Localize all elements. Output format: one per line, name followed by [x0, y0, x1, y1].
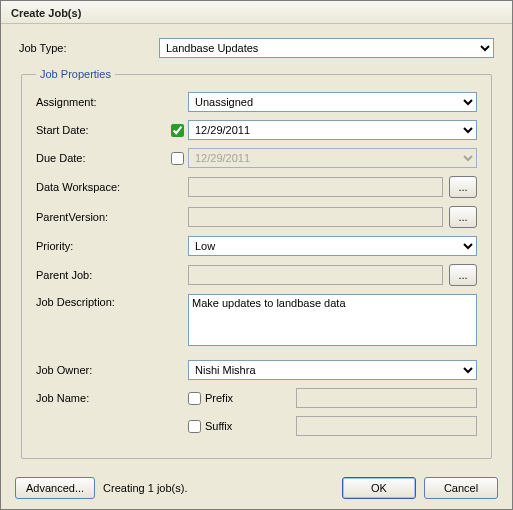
dialog-title: Create Job(s) [1, 1, 512, 24]
suffix-label: Suffix [205, 420, 232, 432]
owner-select[interactable]: Nishi Mishra [188, 360, 477, 380]
job-properties-legend: Job Properties [36, 68, 115, 80]
data-workspace-field [188, 177, 443, 197]
job-name-label: Job Name: [36, 392, 166, 404]
parent-job-browse-button[interactable]: ... [449, 264, 477, 286]
start-date-label: Start Date: [36, 124, 166, 136]
advanced-button[interactable]: Advanced... [15, 477, 95, 499]
assignment-select[interactable]: Unassigned [188, 92, 477, 112]
ok-button[interactable]: OK [342, 477, 416, 499]
create-job-dialog: Create Job(s) Job Type: Landbase Updates… [0, 0, 513, 510]
due-date-checkbox[interactable] [171, 152, 184, 165]
assignment-label: Assignment: [36, 96, 166, 108]
due-date-field: 12/29/2011 [188, 148, 477, 168]
parent-version-browse-button[interactable]: ... [449, 206, 477, 228]
status-text: Creating 1 job(s). [103, 482, 187, 494]
suffix-field [296, 416, 477, 436]
cancel-button[interactable]: Cancel [424, 477, 498, 499]
priority-label: Priority: [36, 240, 166, 252]
description-textarea[interactable] [188, 294, 477, 346]
parent-job-field [188, 265, 443, 285]
parent-job-label: Parent Job: [36, 269, 166, 281]
suffix-checkbox[interactable] [188, 420, 201, 433]
prefix-checkbox[interactable] [188, 392, 201, 405]
prefix-field [296, 388, 477, 408]
description-label: Job Description: [36, 294, 166, 308]
job-type-label: Job Type: [19, 42, 159, 54]
owner-label: Job Owner: [36, 364, 166, 376]
dialog-footer: Advanced... Creating 1 job(s). OK Cancel [1, 471, 512, 509]
prefix-label: Prefix [205, 392, 233, 404]
dialog-content: Job Type: Landbase Updates Job Propertie… [1, 24, 512, 471]
data-workspace-label: Data Workspace: [36, 181, 166, 193]
due-date-label: Due Date: [36, 152, 166, 164]
start-date-checkbox[interactable] [171, 124, 184, 137]
priority-select[interactable]: Low [188, 236, 477, 256]
job-properties-group: Job Properties Assignment: Unassigned St… [21, 68, 492, 459]
job-type-select[interactable]: Landbase Updates [159, 38, 494, 58]
parent-version-field [188, 207, 443, 227]
parent-version-label: ParentVersion: [36, 211, 166, 223]
data-workspace-browse-button[interactable]: ... [449, 176, 477, 198]
start-date-field[interactable]: 12/29/2011 [188, 120, 477, 140]
